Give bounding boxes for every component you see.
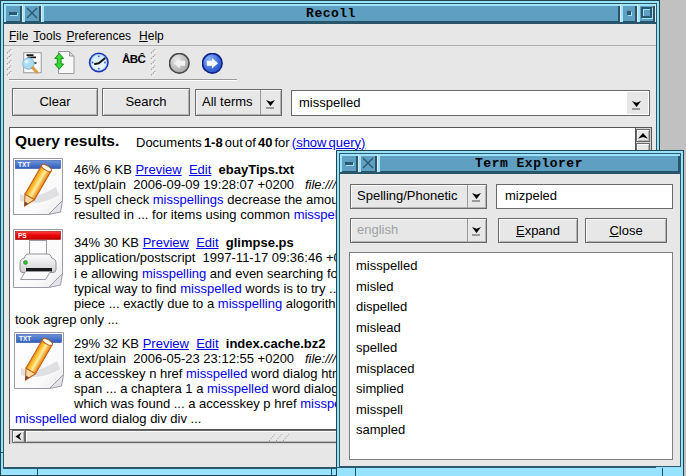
svg-text:TXT: TXT — [19, 335, 31, 342]
svg-text:TXT: TXT — [18, 161, 30, 168]
svg-text:PS: PS — [18, 232, 27, 239]
